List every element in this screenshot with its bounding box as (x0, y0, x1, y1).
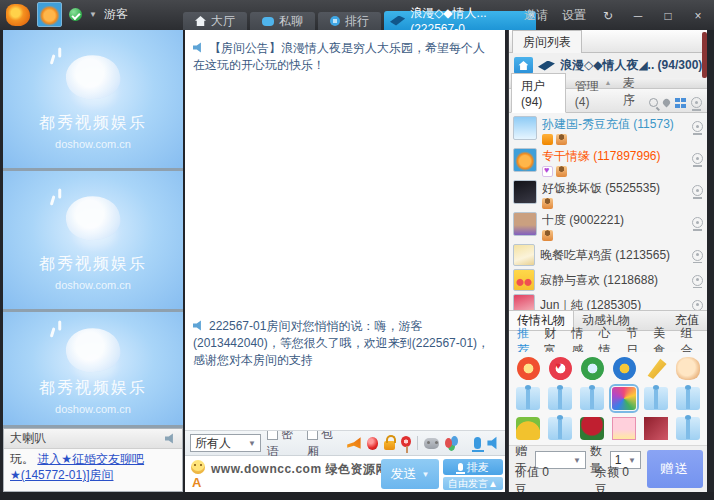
speaker-icon[interactable] (165, 433, 176, 444)
tab-users[interactable]: 用户 (94) (511, 73, 566, 113)
balloons-icon[interactable] (445, 438, 452, 448)
horn-header: 大喇叭 (4, 429, 182, 449)
gift-icon (580, 387, 604, 410)
webcam-icon[interactable] (692, 300, 703, 311)
booth-checkbox[interactable]: 包厢 (307, 426, 341, 460)
maximize-icon[interactable]: □ (660, 9, 676, 23)
location-pin-icon[interactable] (662, 98, 672, 108)
gift-item[interactable] (609, 355, 639, 382)
gift-item[interactable] (513, 385, 543, 412)
microphone-icon[interactable] (474, 437, 481, 449)
gift-item[interactable] (545, 355, 575, 382)
grid-view-icon[interactable] (675, 98, 686, 108)
user-row[interactable]: 寂静与喜欢 (1218688) (509, 268, 707, 293)
gift-item[interactable] (641, 415, 671, 442)
free-speech-button[interactable]: 自由发言▲ (443, 477, 503, 490)
gift-item[interactable] (545, 385, 575, 412)
gift-item[interactable] (577, 415, 607, 442)
tab-private-chat[interactable]: 私聊 (250, 12, 315, 30)
room-list-scrollbar[interactable] (702, 32, 707, 78)
user-row[interactable]: 孙建国-秀豆充值 (11573) (509, 115, 707, 147)
user-row[interactable]: Jun｜純 (1285305) (509, 293, 707, 310)
gift-item-selected[interactable] (609, 385, 639, 412)
tab-lobby[interactable]: 大厅 (183, 12, 247, 30)
room-home-button[interactable] (514, 57, 533, 74)
target-select[interactable]: 所有人 ▼ (190, 434, 261, 452)
gift-icon (644, 387, 668, 410)
divider (417, 436, 418, 450)
input-watermark-text: www.downcc.com 绿色资源网 (211, 461, 388, 478)
gift-item[interactable] (641, 355, 671, 382)
user-row[interactable]: 专干情缘 (117897996) (509, 147, 707, 179)
microphone-icon (458, 463, 463, 471)
gift-icon (548, 417, 572, 440)
video-tile-1[interactable]: 都秀视频娱乐 doshow.com.cn (3, 30, 183, 168)
tab-mic-order[interactable]: 麦序 (614, 71, 649, 112)
user-row[interactable]: 好饭换坏饭 (5525535) (509, 179, 707, 211)
webcam-icon[interactable] (692, 250, 703, 261)
refresh-icon[interactable]: ↻ (600, 9, 616, 23)
game-controller-icon[interactable] (424, 438, 439, 449)
user-list[interactable]: 孙建国-秀豆充值 (11573) 专干情缘 (117897996) (509, 113, 707, 310)
user-badge-icon (556, 134, 567, 145)
gift-item[interactable] (545, 415, 575, 442)
minimize-icon[interactable]: ─ (630, 9, 646, 23)
webcam-icon[interactable] (691, 97, 702, 108)
user-row[interactable]: 晚餐吃草鸡蛋 (1213565) (509, 243, 707, 268)
close-icon[interactable]: × (690, 9, 706, 23)
settings-button[interactable]: 设置 (562, 7, 586, 24)
video-tile-domain: doshow.com.cn (3, 403, 183, 415)
tab-ranking[interactable]: 排行 (318, 12, 381, 30)
user-row[interactable]: 十度 (9002221) (509, 211, 707, 243)
horn-gift-icon[interactable] (347, 437, 360, 450)
user-avatar[interactable] (37, 2, 62, 27)
user-name: 晚餐吃草鸡蛋 (1213565) (540, 248, 670, 262)
video-tile-3[interactable]: 都秀视频娱乐 doshow.com.cn (3, 312, 183, 425)
speaker-icon[interactable] (487, 436, 500, 450)
webcam-icon[interactable] (692, 275, 703, 286)
gift-item[interactable] (641, 385, 671, 412)
chat-log[interactable]: 【房间公告】浪漫情人夜是穷人大乐园，希望每个人在这玩的开心玩的快乐！ 22256… (185, 30, 505, 431)
online-status-icon[interactable] (69, 8, 82, 21)
lock-icon[interactable] (384, 441, 395, 450)
send-gift-button[interactable]: 赠送 (647, 450, 703, 488)
video-column: 都秀视频娱乐 doshow.com.cn 都秀视频娱乐 doshow.com.c… (3, 30, 183, 492)
avatar (513, 244, 535, 266)
emoticon-icon[interactable] (367, 437, 379, 450)
chat-input-area[interactable]: A www.downcc.com 绿色资源网 发送 ▼ 排麦 自由发言▲ (185, 456, 505, 492)
webcam-icon[interactable] (692, 153, 703, 164)
whisper-checkbox[interactable]: 密语 (267, 426, 301, 460)
emoticon-picker-icon[interactable] (191, 460, 205, 474)
video-tile-2[interactable]: 都秀视频娱乐 doshow.com.cn (3, 171, 183, 309)
invite-button[interactable]: 邀请 (524, 7, 548, 24)
gift-item[interactable] (673, 385, 703, 412)
gift-icon (644, 357, 668, 380)
gift-item[interactable] (513, 415, 543, 442)
gift-item[interactable] (513, 355, 543, 382)
gift-icon (517, 357, 540, 380)
gift-icon (644, 417, 668, 440)
send-button[interactable]: 发送 ▼ (381, 459, 439, 489)
status-caret-icon[interactable]: ▼ (89, 10, 97, 19)
gift-item[interactable] (577, 355, 607, 382)
tab-room-active[interactable]: 浪漫◇◆情人... (222567-0 × (384, 11, 536, 30)
doshow-logo-icon (6, 4, 30, 26)
search-icon[interactable] (649, 98, 658, 107)
webcam-icon[interactable] (692, 121, 703, 132)
horn-body: 玩。 进入★征婚交友聊吧★(145772-01)]房间 (4, 449, 182, 491)
user-name: 寂静与喜欢 (1218688) (540, 273, 658, 287)
gift-item[interactable] (673, 355, 703, 382)
gift-item[interactable] (673, 415, 703, 442)
webcam-icon[interactable] (692, 185, 703, 196)
webcam-icon[interactable] (692, 217, 703, 228)
gift-item[interactable] (577, 385, 607, 412)
tabstrip: 大厅 私聊 排行 浪漫◇◆情人... (222567-0 × (183, 11, 536, 30)
lollipop-icon[interactable] (401, 436, 411, 447)
chevron-down-icon: ▼ (248, 439, 256, 448)
gift-item[interactable] (609, 415, 639, 442)
font-style-icon[interactable]: A (192, 475, 201, 490)
room-list-tab[interactable]: 房间列表 (512, 30, 582, 53)
queue-mic-button[interactable]: 排麦 (443, 459, 503, 475)
user-badges (542, 230, 687, 241)
tab-admin[interactable]: 管理 (4) (566, 74, 614, 112)
